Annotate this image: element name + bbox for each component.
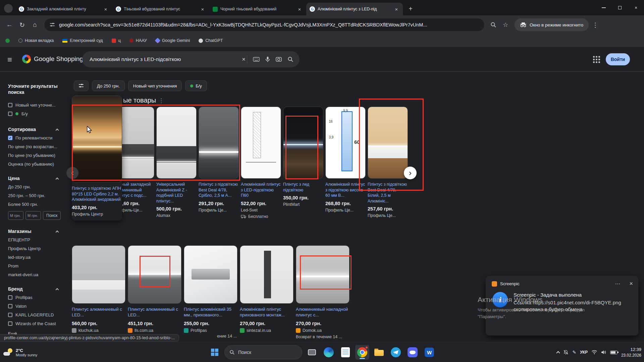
chip-used[interactable]: Б/у xyxy=(185,80,207,91)
pen-icon[interactable]: ✎ xyxy=(572,350,576,355)
google-shopping-logo[interactable]: Google Shopping xyxy=(22,55,83,63)
mic-icon[interactable] xyxy=(265,56,270,62)
product-card[interactable]: Алюмінієвий плінтус з LED-підсвіткою П60… xyxy=(241,107,281,219)
telegram-button[interactable] xyxy=(389,345,403,360)
notification-close-icon[interactable]: × xyxy=(629,280,633,287)
search-icon[interactable] xyxy=(287,56,293,62)
price-max-input[interactable]: Мгрн. xyxy=(25,211,41,220)
brand-option[interactable]: Vaton xyxy=(8,302,68,310)
price-search-button[interactable]: Поиск xyxy=(43,211,61,220)
section-sort[interactable]: Сортировка xyxy=(8,125,58,133)
bookmark-item[interactable]: НААУ xyxy=(129,38,147,43)
clear-search-icon[interactable]: × xyxy=(242,56,247,63)
notifications-muted-icon[interactable] xyxy=(563,350,569,355)
address-bar[interactable]: google.com/search?sca_esv=3c51e872d41103… xyxy=(44,18,484,31)
bookmark-item[interactable] xyxy=(5,39,10,43)
product-title[interactable]: Плінтус з підсвіткою Best Deal 4/78, Біл… xyxy=(368,182,408,204)
product-card-hovered[interactable]: Плінтус з підсвіткою АПН 80*15 LED Срібл… xyxy=(72,96,122,221)
weather-widget[interactable]: 2°C Mostly sunny xyxy=(3,342,37,362)
sort-option[interactable]: ✓По релевантности xyxy=(8,133,68,142)
checkbox-icon[interactable] xyxy=(8,112,12,116)
home-button[interactable]: ⌂ xyxy=(29,19,41,31)
task-view-button[interactable] xyxy=(305,345,319,360)
product-card[interactable]: Алюминиевый накладной плинтус с... 270,0… xyxy=(296,245,350,339)
product-title[interactable]: Алюмінієвий плінтус з підсвіткою висота … xyxy=(325,182,366,198)
brand-option[interactable]: KARL LAGERFELD xyxy=(8,310,68,319)
lens-camera-icon[interactable] xyxy=(276,56,282,62)
forward-button[interactable]: → xyxy=(3,19,15,31)
battery-icon[interactable] xyxy=(610,351,618,354)
tab-4-active[interactable]: G Алюмінієвий плінтус з LED-під × xyxy=(306,3,403,15)
tab-close-icon[interactable]: × xyxy=(200,6,206,12)
hamburger-menu-icon[interactable]: ≡ xyxy=(7,55,12,64)
store-option[interactable]: market-dveri.ua xyxy=(8,270,68,279)
brand-option[interactable]: Wizards of the Coast xyxy=(8,319,68,328)
product-title[interactable]: Плінтус з підсвіткою АПН 80*15 LED Срібл… xyxy=(72,186,122,202)
product-card[interactable]: Універсальний Алюмінієвий Z - подібний L… xyxy=(156,107,197,219)
discord-button[interactable] xyxy=(406,345,420,360)
product-card[interactable]: Алюмінієвий плінтус прихованого монтаж..… xyxy=(240,245,293,339)
tab-1[interactable]: G Закладний алюмінієвий плінту × xyxy=(15,3,112,15)
product-card[interactable]: Плинтус алюминиевый с LED... 560,00 грн.… xyxy=(72,245,125,339)
product-card[interactable]: 9,9 16 3,9 60 Алюмінієвий плінтус з підс… xyxy=(325,107,366,219)
screenpic-notification[interactable]: Screenpic ⋯ × i Screenpic - Задача выпол… xyxy=(486,276,638,336)
checkbox-icon[interactable] xyxy=(8,103,12,107)
notification-more-icon[interactable]: ⋯ xyxy=(615,281,620,287)
new-tab-button[interactable]: + xyxy=(406,4,415,13)
document-app-button[interactable] xyxy=(338,345,353,360)
bookmark-item[interactable]: Google Gemini xyxy=(156,38,190,43)
filters-chip[interactable] xyxy=(74,80,89,91)
tab-2[interactable]: G Тіньовий вбудований плінтус × xyxy=(112,3,209,15)
product-title[interactable]: Плінтус з підсвіткою Best Deal 4/78, Срі… xyxy=(199,182,239,198)
carousel-next-button[interactable]: › xyxy=(404,167,417,179)
reload-button[interactable]: ↻ xyxy=(16,19,28,31)
browser-menu-button[interactable]: ⋮ xyxy=(589,19,601,31)
sort-option[interactable]: Оценка (по убыванию) xyxy=(8,160,68,168)
section-stores[interactable]: Магазины xyxy=(8,227,58,235)
checkbox-icon[interactable] xyxy=(8,295,12,300)
taskbar-clock[interactable]: 12:39 23.02.2026 xyxy=(621,347,641,358)
tab-close-icon[interactable]: × xyxy=(297,6,303,12)
search-box[interactable]: Алюмінієвий плінтус з LED-підсвіткою × xyxy=(82,51,300,67)
apps-grid-icon[interactable] xyxy=(593,56,600,63)
price-option[interactable]: Более 500 грн. xyxy=(8,200,68,208)
tray-expand-icon[interactable] xyxy=(556,351,560,355)
tab-close-icon[interactable]: × xyxy=(103,6,109,12)
word-button[interactable]: W xyxy=(422,345,436,360)
section-price[interactable]: Цена xyxy=(8,174,58,182)
maximize-button[interactable] xyxy=(612,0,628,15)
filter-checkbox-row[interactable]: Б/у xyxy=(8,109,68,118)
chip-price[interactable]: До 250 грн. xyxy=(92,80,125,91)
keyboard-icon[interactable] xyxy=(253,57,260,62)
close-window-button[interactable]: × xyxy=(628,0,644,15)
sort-option[interactable]: По цене (по убыванию) xyxy=(8,151,68,160)
product-card[interactable]: Плінтус з підсвіткою Best Deal 4/78, Срі… xyxy=(199,107,239,219)
tab-close-icon[interactable]: × xyxy=(393,6,399,12)
zoom-icon[interactable] xyxy=(488,19,499,31)
wifi-icon[interactable] xyxy=(591,350,597,355)
carousel-prev-button[interactable]: ‹ xyxy=(66,167,78,179)
heading-menu-icon[interactable]: ⋮ xyxy=(158,97,164,104)
product-card[interactable]: Плінтус з лед підсвіткою 350,00 грн. Pli… xyxy=(283,107,323,219)
sign-in-button[interactable]: Войти xyxy=(606,53,630,65)
language-indicator[interactable]: УКР xyxy=(580,350,588,355)
checkbox-checked-icon[interactable]: ✓ xyxy=(8,136,12,140)
search-query-text[interactable]: Алюмінієвий плінтус з LED-підсвіткою xyxy=(90,56,236,62)
incognito-profile-icon[interactable] xyxy=(4,4,13,13)
filter-checkbox-row[interactable]: Новый чип уточне... xyxy=(8,101,68,109)
product-title[interactable]: Плінтус з лед підсвіткою xyxy=(283,182,323,193)
taskbar-search[interactable]: Поиск xyxy=(224,345,302,359)
price-option[interactable]: 250 грн. – 500 грн. xyxy=(8,191,68,200)
price-option[interactable]: До 250 грн. xyxy=(8,182,68,191)
bookmark-item[interactable]: Електронний суд xyxy=(62,38,103,43)
minimize-button[interactable] xyxy=(596,0,612,15)
tab-3[interactable]: Чорний тіньовий вбудований × xyxy=(209,3,306,15)
product-title[interactable]: Плинтус алюминиевый с LED... xyxy=(128,307,181,318)
product-card[interactable]: Плінтус з підсвіткою Best Deal 4/78, Біл… xyxy=(368,107,408,219)
product-title[interactable]: Плінтус алюмінієвий 35 мм., прихованого.… xyxy=(184,307,237,318)
price-min-input[interactable]: Мгрн. xyxy=(8,211,23,220)
sort-option[interactable]: По цене (по возрастан... xyxy=(8,142,68,151)
store-option[interactable]: Prom xyxy=(8,261,68,270)
product-title[interactable]: Плинтус алюминиевый с LED... xyxy=(72,307,125,318)
product-card[interactable]: Плинтус алюминиевый с LED... 451,10 грн.… xyxy=(128,245,181,339)
